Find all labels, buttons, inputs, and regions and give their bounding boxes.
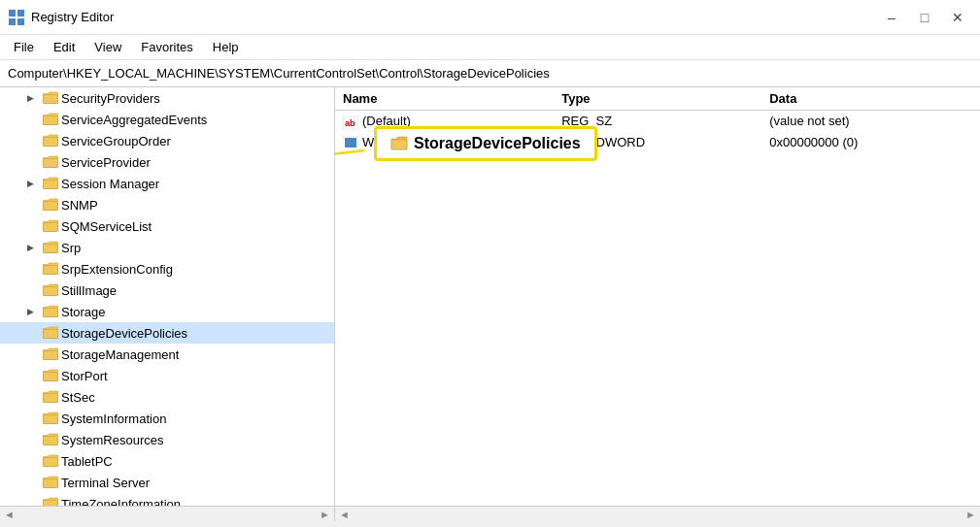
- menu-item-file[interactable]: File: [6, 38, 42, 56]
- folder-icon: [43, 347, 58, 361]
- string-value-icon: ab: [343, 115, 358, 129]
- menu-item-view[interactable]: View: [86, 38, 129, 56]
- tree-label: StillImage: [61, 283, 117, 298]
- tree-item-ServiceProvider[interactable]: ServiceProvider: [0, 151, 334, 173]
- svg-rect-0: [9, 10, 16, 16]
- cell-name: WriteProtect: [335, 132, 554, 153]
- tree-item-TerminalServer[interactable]: Terminal Server: [0, 472, 334, 493]
- folder-icon: [43, 326, 58, 340]
- tree-label: TabletPC: [61, 454, 113, 469]
- svg-rect-22: [44, 479, 58, 488]
- col-type: Type: [554, 87, 761, 111]
- cell-data: (value not set): [761, 111, 980, 132]
- tree-item-StorPort[interactable]: StorPort: [0, 365, 334, 386]
- close-button[interactable]: ✕: [943, 6, 972, 29]
- maximize-button[interactable]: □: [910, 6, 939, 29]
- svg-rect-18: [44, 394, 58, 403]
- svg-rect-7: [44, 159, 58, 168]
- window-controls: – □ ✕: [877, 6, 972, 29]
- minimize-button[interactable]: –: [877, 6, 906, 29]
- folder-icon: [43, 241, 58, 254]
- tree-label: Session Manager: [61, 177, 159, 191]
- table-row[interactable]: WriteProtectREG_DWORD0x00000000 (0): [335, 132, 980, 153]
- svg-rect-1: [17, 10, 24, 16]
- tree-label: Storage: [61, 305, 106, 319]
- tree-label: SrpExtensionConfig: [61, 262, 173, 277]
- tree-arrow: ▶: [27, 243, 43, 252]
- tree-item-SrpExtensionConfig[interactable]: SrpExtensionConfig: [0, 258, 334, 280]
- tree-label: StorageDevicePolicies: [61, 326, 187, 341]
- table-row[interactable]: ab(Default)REG_SZ(value not set): [335, 111, 980, 132]
- tree-item-ServiceGroupOrder[interactable]: ServiceGroupOrder: [0, 130, 334, 151]
- svg-rect-12: [44, 266, 58, 275]
- svg-rect-10: [44, 223, 58, 232]
- tree-label: ServiceGroupOrder: [61, 134, 171, 148]
- tree-item-SessionManager[interactable]: ▶Session Manager: [0, 173, 334, 194]
- tree-item-TabletPC[interactable]: TabletPC: [0, 450, 334, 472]
- tree-pane[interactable]: ▶SecurityProvidersServiceAggregatedEvent…: [0, 87, 335, 506]
- svg-rect-6: [44, 138, 58, 147]
- tree-item-SystemResources[interactable]: SystemResources: [0, 429, 334, 450]
- folder-icon: [43, 177, 58, 190]
- menu-bar: FileEditViewFavoritesHelp: [0, 35, 980, 60]
- col-data: Data: [761, 87, 980, 111]
- folder-icon: [43, 262, 58, 276]
- tree-item-TimeZoneInformation[interactable]: TimeZoneInformation: [0, 493, 334, 506]
- tree-item-Storage[interactable]: ▶Storage: [0, 301, 334, 322]
- tree-label: StorPort: [61, 369, 108, 383]
- svg-text:ab: ab: [345, 118, 355, 128]
- folder-icon: [43, 155, 58, 169]
- tree-item-SystemInformation[interactable]: SystemInformation: [0, 408, 334, 429]
- menu-item-favorites[interactable]: Favorites: [133, 38, 200, 56]
- svg-rect-13: [44, 287, 58, 296]
- bottom-scroll-area: ◄ ► ◄ ►: [0, 506, 980, 521]
- tree-label: SystemInformation: [61, 412, 166, 426]
- svg-rect-11: [44, 245, 58, 253]
- svg-rect-8: [44, 181, 58, 189]
- folder-icon: [43, 433, 58, 446]
- svg-rect-21: [44, 458, 58, 467]
- tree-label: ServiceAggregatedEvents: [61, 113, 207, 127]
- title-bar: Registry Editor – □ ✕: [0, 0, 980, 35]
- folder-icon: [43, 476, 58, 489]
- svg-rect-2: [9, 18, 16, 25]
- folder-icon: [43, 198, 58, 212]
- svg-rect-16: [44, 351, 58, 360]
- svg-rect-23: [44, 501, 58, 507]
- tree-item-ServiceAggregatedEvents[interactable]: ServiceAggregatedEvents: [0, 109, 334, 130]
- cell-data: 0x00000000 (0): [761, 132, 980, 153]
- address-bar: Computer\HKEY_LOCAL_MACHINE\SYSTEM\Curre…: [0, 60, 980, 87]
- tree-arrow: ▶: [27, 179, 43, 188]
- folder-icon: [43, 454, 58, 468]
- svg-rect-4: [44, 95, 58, 104]
- folder-icon: [43, 283, 58, 297]
- tree-label: StSec: [61, 390, 95, 405]
- svg-rect-27: [345, 138, 356, 148]
- svg-rect-14: [44, 309, 58, 317]
- folder-icon: [43, 305, 58, 318]
- tree-item-StorageDevicePolicies[interactable]: StorageDevicePolicies: [0, 322, 334, 344]
- svg-rect-15: [44, 330, 58, 339]
- tree-label: Terminal Server: [61, 476, 150, 490]
- svg-rect-5: [44, 116, 58, 125]
- svg-line-28: [335, 150, 364, 170]
- cell-type: REG_SZ: [554, 111, 761, 132]
- tree-item-Srp[interactable]: ▶Srp: [0, 237, 334, 258]
- tree-item-SQMServiceList[interactable]: SQMServiceList: [0, 215, 334, 237]
- tree-scroll-left: ◄ ►: [0, 507, 335, 521]
- tree-item-SNMP[interactable]: SNMP: [0, 194, 334, 215]
- menu-item-help[interactable]: Help: [205, 38, 247, 56]
- folder-icon: [43, 390, 58, 404]
- tree-item-StorageManagement[interactable]: StorageManagement: [0, 344, 334, 365]
- cell-name: ab(Default): [335, 111, 554, 132]
- tree-item-StillImage[interactable]: StillImage: [0, 280, 334, 301]
- tree-arrow: ▶: [27, 93, 43, 103]
- tree-item-StSec[interactable]: StSec: [0, 386, 334, 408]
- tree-item-SecurityProviders[interactable]: ▶SecurityProviders: [0, 87, 334, 109]
- table-header-row: Name Type Data: [335, 87, 980, 111]
- dword-value-icon: [343, 136, 358, 149]
- tree-label: SystemResources: [61, 433, 163, 447]
- tree-label: SQMServiceList: [61, 219, 152, 234]
- tree-label: StorageManagement: [61, 347, 179, 362]
- menu-item-edit[interactable]: Edit: [46, 38, 83, 56]
